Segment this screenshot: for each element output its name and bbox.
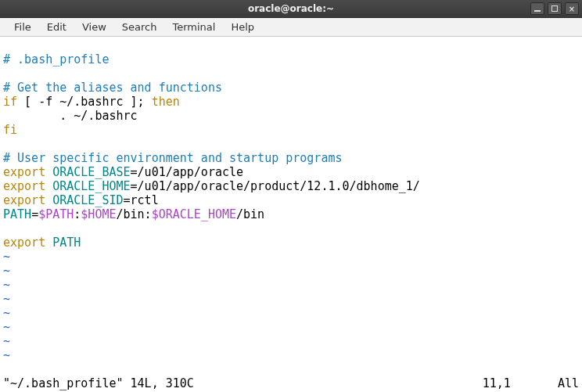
status-scroll-pct: All bbox=[558, 376, 579, 390]
terminal-area[interactable]: # .bash_profile # Get the aliases and fu… bbox=[0, 37, 582, 392]
code-text: =rctl bbox=[124, 193, 159, 207]
vim-statusline: "~/.bash_profile" 14L, 310C 11,1 All bbox=[3, 376, 579, 390]
keyword-export: export bbox=[3, 179, 45, 193]
titlebar: oracle@oracle:~ × bbox=[0, 0, 582, 18]
menu-search[interactable]: Search bbox=[114, 18, 165, 36]
code-text: = bbox=[31, 207, 38, 221]
vim-tilde: ~ bbox=[3, 250, 10, 264]
comment-line: # .bash_profile bbox=[3, 52, 109, 67]
code-text: =/u01/app/oracle/product/12.1.0/dbhome_1… bbox=[131, 179, 420, 193]
var-ref: $ORACLE_HOME bbox=[152, 207, 236, 221]
keyword-export: export bbox=[3, 165, 45, 179]
maximize-button[interactable] bbox=[548, 2, 562, 15]
menu-file[interactable]: File bbox=[6, 18, 39, 36]
window-title: oracle@oracle:~ bbox=[248, 3, 334, 14]
menu-help[interactable]: Help bbox=[223, 18, 262, 36]
var-name: ORACLE_HOME bbox=[45, 179, 130, 193]
vim-tilde: ~ bbox=[3, 320, 10, 334]
code-text: . ~/.bashrc bbox=[3, 109, 138, 123]
var-name: PATH bbox=[45, 236, 81, 250]
keyword-then: then bbox=[152, 95, 180, 109]
status-file: "~/.bash_profile" 14L, 310C bbox=[3, 376, 194, 390]
menu-view[interactable]: View bbox=[74, 18, 114, 36]
vim-tilde: ~ bbox=[3, 292, 10, 306]
code-text: [ -f ~/.bashrc ]; bbox=[17, 95, 152, 109]
maximize-icon bbox=[551, 5, 558, 12]
comment-line: # Get the aliases and functions bbox=[3, 81, 222, 95]
keyword-if: if bbox=[3, 95, 17, 109]
var-name: ORACLE_SID bbox=[45, 193, 123, 207]
vim-tilde: ~ bbox=[3, 278, 10, 292]
menu-edit[interactable]: Edit bbox=[39, 18, 74, 36]
vim-tilde: ~ bbox=[3, 306, 10, 320]
code-text: =/u01/app/oracle bbox=[131, 165, 244, 179]
status-cursor-pos: 11,1 bbox=[483, 376, 511, 390]
code-text: /bin bbox=[236, 207, 264, 221]
keyword-fi: fi bbox=[3, 123, 17, 137]
var-name: ORACLE_BASE bbox=[45, 165, 130, 179]
close-icon: × bbox=[569, 5, 575, 13]
keyword-export: export bbox=[3, 236, 45, 250]
minimize-icon bbox=[534, 10, 541, 12]
code-text: : bbox=[74, 207, 81, 221]
var-ref: $PATH bbox=[38, 207, 74, 221]
menubar: File Edit View Search Terminal Help bbox=[0, 18, 582, 37]
window-controls: × bbox=[530, 2, 579, 15]
var-name: PATH bbox=[3, 207, 31, 221]
close-button[interactable]: × bbox=[565, 2, 579, 15]
menu-terminal[interactable]: Terminal bbox=[164, 18, 223, 36]
vim-tilde: ~ bbox=[3, 348, 10, 362]
var-ref: $HOME bbox=[81, 207, 116, 221]
minimize-button[interactable] bbox=[530, 2, 544, 15]
code-text: /bin: bbox=[117, 207, 152, 221]
vim-tilde: ~ bbox=[3, 334, 10, 348]
keyword-export: export bbox=[3, 193, 45, 207]
comment-line: # User specific environment and startup … bbox=[3, 151, 342, 165]
vim-tilde: ~ bbox=[3, 264, 10, 278]
